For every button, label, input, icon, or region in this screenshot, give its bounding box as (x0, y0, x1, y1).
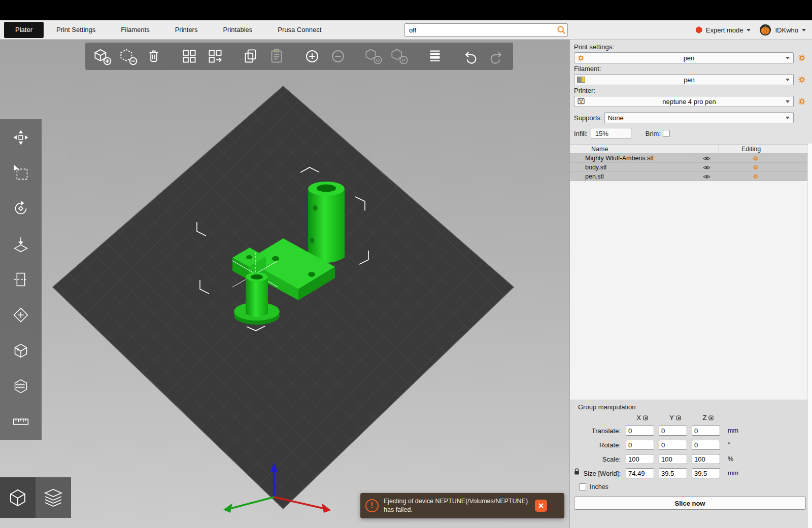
search-icon (557, 25, 566, 34)
printer-select[interactable]: neptune 4 pro pen (574, 96, 794, 107)
object-settings-button[interactable] (752, 164, 760, 171)
size-label: Size [World]: (574, 470, 626, 477)
arrange-button[interactable] (178, 45, 201, 68)
infill-value: 15% (595, 130, 608, 137)
print-config-section: Print settings: pen Filament: pen (570, 40, 812, 144)
measure-tool-button[interactable] (9, 410, 32, 433)
infill-select[interactable]: 15% (591, 128, 631, 139)
translate-y-input[interactable] (659, 426, 687, 436)
axis-z-label: Z (703, 414, 707, 421)
edit-filament-button[interactable] (797, 75, 807, 85)
visibility-toggle[interactable] (702, 155, 711, 162)
arrange-icon (179, 46, 200, 67)
translate-x-input[interactable] (626, 426, 654, 436)
scale-z-input[interactable] (692, 454, 720, 464)
filament-value: pen (585, 76, 793, 84)
remove-object-button[interactable] (116, 45, 140, 68)
supports-value: None (605, 114, 793, 122)
scale-tool-button[interactable] (9, 162, 32, 184)
add-object-button[interactable] (90, 45, 114, 68)
slice-now-button[interactable]: Slice now (574, 497, 806, 510)
edit-printer-button[interactable] (797, 96, 807, 107)
scale-x-input[interactable] (626, 454, 654, 464)
object-list-row[interactable]: Mighty Wluff-Amberis.stl (570, 154, 812, 163)
arrange-bed-button[interactable] (204, 45, 227, 68)
uniform-scale-lock-icon[interactable] (574, 468, 580, 475)
print-settings-gear-icon (577, 54, 585, 62)
editor-view-button[interactable] (0, 477, 36, 518)
scale-y-input[interactable] (659, 454, 687, 464)
search-box (404, 23, 568, 37)
supports-select[interactable]: None (604, 112, 794, 123)
username-label[interactable]: IDKwho (775, 26, 798, 34)
translate-label: Translate: (574, 427, 626, 435)
tab-prusa-connect[interactable]: Prusa Connect (265, 20, 334, 40)
mode-selector-label[interactable]: Expert mode (706, 26, 743, 34)
panel-scrollbar[interactable] (807, 144, 812, 528)
gear-icon (798, 97, 806, 105)
mode-chevron-down-icon[interactable] (747, 29, 751, 31)
brim-checkbox[interactable] (663, 130, 670, 137)
notification-close-button[interactable] (535, 500, 547, 512)
rotate-tool-icon (10, 198, 31, 219)
size-x-input[interactable] (626, 468, 654, 478)
rotate-label: Rotate: (574, 441, 626, 449)
copy-button[interactable] (239, 45, 262, 68)
tab-filaments[interactable]: Filaments (108, 20, 162, 40)
remove-instance-button[interactable] (326, 45, 350, 68)
3d-editor-icon (7, 486, 29, 509)
3d-viewport[interactable]: O P (0, 40, 569, 528)
split-to-parts-button[interactable]: P (388, 45, 411, 68)
place-on-face-tool-button[interactable] (9, 233, 32, 255)
preview-view-button[interactable] (36, 477, 71, 518)
filament-color-swatch (577, 77, 585, 83)
avatar[interactable] (759, 24, 771, 36)
object-list-row[interactable]: body.stl (570, 163, 812, 172)
redo-button[interactable] (485, 45, 508, 68)
split-to-objects-button[interactable]: O (362, 45, 385, 68)
tab-print-settings[interactable]: Print Settings (44, 20, 108, 40)
fuzzy-skin-tool-button[interactable] (9, 375, 32, 397)
inches-label: Inches (590, 483, 608, 490)
tab-printers[interactable]: Printers (162, 20, 211, 40)
tab-plater[interactable]: Plater (4, 22, 44, 38)
search-input[interactable] (404, 23, 568, 37)
column-editing: Editing (741, 146, 761, 153)
undo-button[interactable] (459, 45, 482, 68)
object-settings-button[interactable] (752, 173, 760, 180)
delete-all-button[interactable] (142, 45, 165, 68)
print-settings-select[interactable]: pen (574, 52, 794, 63)
translate-z-input[interactable] (692, 426, 720, 436)
axis-y-label: Y (669, 414, 674, 421)
account-chevron-down-icon[interactable] (802, 29, 806, 31)
object-list-row[interactable]: pen.stl (570, 172, 812, 181)
seam-paint-tool-button[interactable] (9, 339, 32, 362)
add-instance-button[interactable] (300, 45, 324, 68)
print-bed[interactable] (53, 86, 514, 509)
cut-tool-button[interactable] (9, 268, 32, 291)
move-tool-button[interactable] (9, 126, 32, 149)
size-y-input[interactable] (659, 468, 687, 478)
variable-layer-height-button[interactable] (423, 45, 447, 68)
print-settings-value: pen (585, 54, 793, 62)
edit-print-settings-button[interactable] (797, 53, 807, 63)
scale-label: Scale: (574, 455, 626, 463)
paint-support-tool-button[interactable] (9, 304, 32, 326)
tab-printables[interactable]: Printables (210, 20, 265, 40)
inches-checkbox[interactable] (579, 483, 586, 490)
paste-button[interactable] (265, 45, 288, 68)
printer-icon (577, 97, 585, 105)
object-settings-button[interactable] (752, 155, 760, 162)
object-name: pen.stl (585, 173, 604, 180)
filament-select[interactable]: pen (574, 74, 794, 85)
cut-tool-icon (10, 269, 31, 290)
rotate-y-input[interactable] (659, 440, 687, 450)
rotate-x-input[interactable] (626, 440, 654, 450)
object-name: body.stl (585, 164, 606, 171)
visibility-toggle[interactable] (702, 164, 711, 171)
rotate-tool-button[interactable] (9, 197, 32, 220)
rotate-z-input[interactable] (692, 440, 720, 450)
size-z-input[interactable] (692, 468, 720, 478)
print-settings-label: Print settings: (574, 43, 807, 51)
visibility-toggle[interactable] (702, 173, 711, 180)
